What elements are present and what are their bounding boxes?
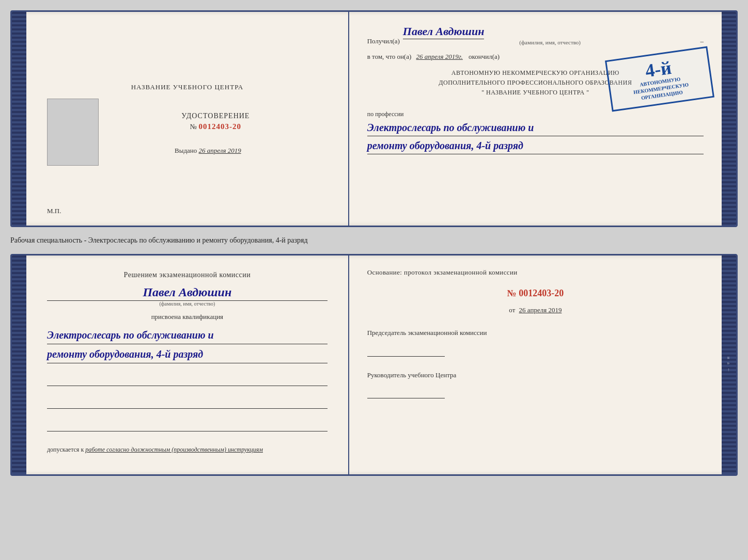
osnovanie-title: Основание: протокол экзаменационной коми…: [367, 268, 704, 277]
kvalif-line1: Электрослесарь по обслуживанию и: [47, 327, 328, 344]
udostoverenie-block: УДОСТОВЕРЕНИЕ № 0012403-20: [181, 112, 250, 131]
commission-title: Решением экзаменационной комиссии: [47, 271, 328, 279]
ot-date-line: от 26 апреля 2019: [367, 306, 704, 314]
bottom-binding-right: и а ←: [722, 255, 736, 474]
profession-line1: Электрослесарь по обслуживанию и: [367, 120, 704, 136]
fio-hint-bottom: (фамилия, имя, отчество): [47, 301, 328, 307]
predsedatel-sig-line: [367, 342, 445, 357]
dopuskaetsya-label: допускается к: [47, 446, 84, 453]
recipient-name: Павел Авдюшин: [403, 25, 485, 39]
person-name-block: Павел Авдюшин (фамилия, имя, отчество): [47, 285, 328, 307]
bottom-num: 0012403-20: [519, 288, 564, 298]
bottom-binding-left: [12, 255, 26, 474]
ot-date-val: 26 апреля 2019: [519, 306, 562, 314]
blank-line-1: [47, 375, 328, 386]
ud-number-line: № 0012403-20: [181, 122, 250, 131]
bottom-doc-right-panel: Основание: протокол экзаменационной коми…: [349, 255, 722, 474]
kvalif-line2: ремонту оборудования, 4-й разряд: [47, 346, 328, 363]
ud-number: 0012403-20: [199, 122, 242, 131]
rukovoditel-section: Руководитель учебного Центра: [367, 370, 704, 399]
bottom-document: Решением экзаменационной комиссии Павел …: [10, 254, 738, 476]
middle-text: Рабочая специальность - Электрослесарь п…: [10, 233, 738, 248]
bottom-doc-left-panel: Решением экзаменационной комиссии Павел …: [26, 255, 349, 474]
person-name-large: Павел Авдюшин: [47, 285, 328, 301]
recipient-line: Получил(а) Павел Авдюшин (фамилия, имя, …: [367, 25, 704, 45]
ud-title: УДОСТОВЕРЕНИЕ: [181, 112, 250, 120]
binding-strip-left: [12, 12, 26, 226]
dopuskaetsya-text: работе согласно должностным (производств…: [85, 446, 263, 453]
poluchil-label: Получил(а): [367, 37, 400, 45]
right-strip-text: и а ←: [726, 357, 731, 373]
vtom-date: 26 апреля 2019г.: [416, 53, 463, 60]
profession-block: по профессии Электрослесарь по обслужива…: [367, 110, 704, 154]
rukovoditel-label: Руководитель учебного Центра: [367, 370, 704, 380]
vtom-prefix: в том, что он(а): [367, 53, 412, 60]
predsedatel-label: Председатель экзаменационной комиссии: [367, 328, 704, 338]
rukovoditel-sig-line: [367, 384, 445, 398]
photo-placeholder: [47, 99, 99, 166]
vydano-date: 26 апреля 2019: [199, 147, 241, 154]
top-document: НАЗВАНИЕ УЧЕБНОГО ЦЕНТРА УДОСТОВЕРЕНИЕ №…: [10, 10, 738, 227]
vydano-label: Выдано: [175, 147, 197, 154]
ud-number-prefix: №: [190, 123, 197, 131]
dopuskaetsya-block: допускается к работе согласно должностны…: [47, 446, 328, 454]
predsedatel-section: Председатель экзаменационной комиссии: [367, 328, 704, 357]
fio-hint-top: (фамилия, имя, отчество): [403, 39, 697, 45]
profession-line2: ремонту оборудования, 4-й разряд: [367, 138, 704, 154]
vydano-line: Выдано 26 апреля 2019: [175, 147, 241, 155]
recipient-name-block: Павел Авдюшин (фамилия, имя, отчество): [403, 25, 697, 45]
learning-center-title-left: НАЗВАНИЕ УЧЕБНОГО ЦЕНТРА: [131, 83, 243, 91]
ot-label: от: [509, 306, 515, 314]
mp-label: М.П.: [47, 207, 61, 215]
bottom-doc-number: № 0012403-20: [367, 288, 704, 299]
binding-strip-right: [722, 12, 736, 226]
prisvoena-label: присвоена квалификация: [47, 313, 328, 321]
po-professii-label: по профессии: [367, 110, 704, 118]
okonchil-label: окончил(а): [469, 53, 500, 60]
bottom-num-prefix: №: [507, 288, 517, 298]
blank-line-2: [47, 397, 328, 409]
dash-top: –: [700, 37, 704, 45]
blank-line-3: [47, 420, 328, 431]
top-doc-right-panel: Получил(а) Павел Авдюшин (фамилия, имя, …: [349, 12, 722, 226]
top-doc-left-panel: НАЗВАНИЕ УЧЕБНОГО ЦЕНТРА УДОСТОВЕРЕНИЕ №…: [26, 12, 349, 226]
kvalif-block: Электрослесарь по обслуживанию и ремонту…: [47, 327, 328, 363]
